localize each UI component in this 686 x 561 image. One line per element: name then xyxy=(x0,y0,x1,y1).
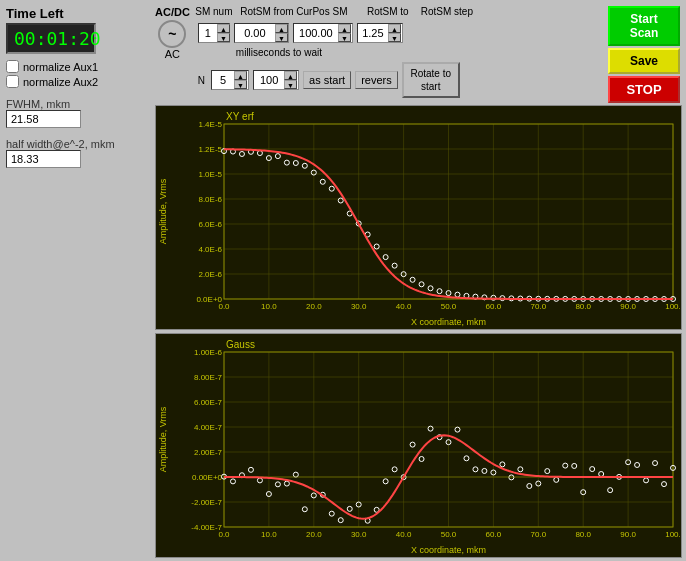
right-panel: AC/DC ~ AC SM num RotSM from CurPos SM xyxy=(155,0,686,561)
acdc-knob[interactable]: ~ xyxy=(158,20,186,48)
half-width-section: half width@e^-2, mkm 18.33 xyxy=(6,138,149,168)
time-left-label: Time Left xyxy=(6,6,149,21)
start-scan-button[interactable]: Start Scan xyxy=(608,6,680,46)
normalize-aux1-label: normalize Aux1 xyxy=(23,61,98,73)
rot-sm-to-down[interactable]: ▼ xyxy=(338,33,351,42)
acdc-symbol: ~ xyxy=(168,26,176,42)
spinner-row-2: N ▲ ▼ ▲ ▼ xyxy=(198,62,600,98)
normalize-aux1-checkbox[interactable] xyxy=(6,60,19,73)
rotate-to-start-button[interactable]: Rotate tostart xyxy=(402,62,460,98)
save-button[interactable]: Save xyxy=(608,48,680,74)
sm-num-input[interactable] xyxy=(199,27,217,39)
rot-sm-from-arrows: ▲ ▼ xyxy=(275,24,288,42)
n-down[interactable]: ▼ xyxy=(234,80,247,89)
rot-sm-to-col: RotSM to xyxy=(358,6,418,19)
chart2-canvas xyxy=(156,334,681,557)
sm-controls: SM num RotSM from CurPos SM RotSM to Rot… xyxy=(198,6,600,98)
fwhm-value: 21.58 xyxy=(6,110,81,128)
rot-sm-step-up[interactable]: ▲ xyxy=(388,24,401,33)
sm-num-label: SM num xyxy=(195,6,232,17)
sm-num-spinner[interactable]: ▲ ▼ xyxy=(198,23,230,43)
acdc-section: AC/DC ~ AC xyxy=(155,6,190,60)
normalize-aux1-row: normalize Aux1 xyxy=(6,60,149,73)
left-panel: Time Left 00:01:20 normalize Aux1 normal… xyxy=(0,0,155,561)
rot-sm-step-spinner[interactable]: ▲ ▼ xyxy=(357,23,403,43)
spinner-row-1: ▲ ▼ ▲ ▼ xyxy=(198,23,600,43)
rot-sm-from-input[interactable] xyxy=(235,27,275,39)
normalize-aux2-row: normalize Aux2 xyxy=(6,75,149,88)
sm-num-down[interactable]: ▼ xyxy=(217,33,230,42)
time-display: 00:01:20 xyxy=(6,23,96,54)
normalize-aux2-label: normalize Aux2 xyxy=(23,76,98,88)
sm-num-arrows: ▲ ▼ xyxy=(217,24,230,42)
fwhm-label: FWHM, mkm xyxy=(6,98,149,110)
rot-sm-from-up[interactable]: ▲ xyxy=(275,24,288,33)
rot-sm-from-spinner[interactable]: ▲ ▼ xyxy=(234,23,289,43)
sm-num-col: SM num xyxy=(198,6,230,19)
n-arrows: ▲ ▼ xyxy=(234,71,247,89)
chart1-canvas xyxy=(156,106,681,329)
top-controls: AC/DC ~ AC SM num RotSM from CurPos SM xyxy=(155,4,682,105)
rot-sm-from-label: RotSM from CurPos SM xyxy=(240,6,347,17)
normalize-aux2-checkbox[interactable] xyxy=(6,75,19,88)
checkbox-group: normalize Aux1 normalize Aux2 xyxy=(6,60,149,88)
rot-sm-step-arrows: ▲ ▼ xyxy=(388,24,401,42)
chart2-container xyxy=(155,333,682,558)
rot-sm-to-up[interactable]: ▲ xyxy=(338,24,351,33)
action-buttons: Start Scan Save STOP xyxy=(608,6,680,103)
ms-wait-label: milliseconds to wait xyxy=(236,47,600,58)
acdc-label: AC/DC xyxy=(155,6,190,18)
rot-sm-to-spinner[interactable]: ▲ ▼ xyxy=(293,23,353,43)
ms-arrows: ▲ ▼ xyxy=(284,71,297,89)
rot-sm-step-label: RotSM step xyxy=(421,6,473,17)
rot-sm-step-input[interactable] xyxy=(358,27,388,39)
rot-sm-from-col: RotSM from CurPos SM xyxy=(234,6,354,19)
ms-down[interactable]: ▼ xyxy=(284,80,297,89)
chart1-container xyxy=(155,105,682,330)
n-up[interactable]: ▲ xyxy=(234,71,247,80)
sm-num-up[interactable]: ▲ xyxy=(217,24,230,33)
rot-sm-step-down[interactable]: ▼ xyxy=(388,33,401,42)
ms-up[interactable]: ▲ xyxy=(284,71,297,80)
half-width-label: half width@e^-2, mkm xyxy=(6,138,149,150)
rot-sm-step-col: RotSM step xyxy=(422,6,472,19)
stop-button[interactable]: STOP xyxy=(608,76,680,103)
acdc-mode: AC xyxy=(165,48,180,60)
n-label: N xyxy=(198,75,205,86)
sm-header-row: SM num RotSM from CurPos SM RotSM to Rot… xyxy=(198,6,600,19)
n-spinner[interactable]: ▲ ▼ xyxy=(211,70,249,90)
ms-spinner[interactable]: ▲ ▼ xyxy=(253,70,299,90)
time-left-section: Time Left 00:01:20 xyxy=(6,6,149,54)
ms-input[interactable] xyxy=(254,74,284,86)
rot-sm-to-label: RotSM to xyxy=(367,6,409,17)
rot-sm-to-input[interactable] xyxy=(294,27,338,39)
rot-sm-from-down[interactable]: ▼ xyxy=(275,33,288,42)
fwhm-section: FWHM, mkm 21.58 xyxy=(6,98,149,128)
revers-button[interactable]: revers xyxy=(355,71,398,89)
n-input[interactable] xyxy=(212,74,234,86)
as-start-button[interactable]: as start xyxy=(303,71,351,89)
rotate-to-start-label: Rotate tostart xyxy=(410,68,451,92)
rot-sm-to-arrows: ▲ ▼ xyxy=(338,24,351,42)
half-width-value: 18.33 xyxy=(6,150,81,168)
charts-area xyxy=(155,105,682,558)
